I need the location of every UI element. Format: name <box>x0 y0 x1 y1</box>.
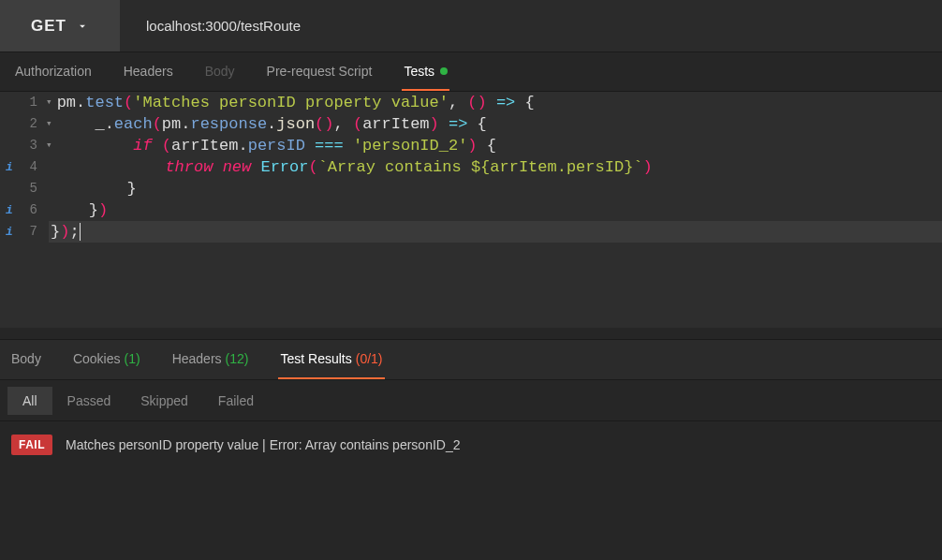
code-line: i6 }) <box>0 199 942 221</box>
response-tab-headers[interactable]: Headers (12) <box>170 340 251 379</box>
http-method-dropdown[interactable]: GET <box>0 0 120 52</box>
response-tab-test-results[interactable]: Test Results (0/1) <box>278 340 384 379</box>
tab-authorization[interactable]: Authorization <box>13 52 94 91</box>
headers-count: (12) <box>226 351 249 366</box>
code-line: 3▾ if (arrItem.persID === 'personID_2') … <box>0 135 942 156</box>
test-result-message: Matches personID property value | Error:… <box>66 437 461 452</box>
tab-prerequest[interactable]: Pre-request Script <box>265 52 375 91</box>
code-content: }) <box>49 199 942 221</box>
filter-skipped[interactable]: Skipped <box>125 387 203 415</box>
fold-toggle[interactable]: ▾ <box>45 92 55 113</box>
response-tab-cookies-label: Cookies <box>73 351 121 366</box>
response-tab-body[interactable]: Body <box>9 340 43 379</box>
filter-passed[interactable]: Passed <box>52 387 126 415</box>
line-number: i7 <box>0 221 45 243</box>
response-tabs: Body Cookies (1) Headers (12) Test Resul… <box>0 339 942 380</box>
tab-tests-label: Tests <box>404 64 434 79</box>
code-line: i4 throw new Error(`Array contains ${arr… <box>0 156 942 178</box>
request-url-input[interactable]: localhost:3000/testRoute <box>120 0 942 52</box>
code-line: 2▾ _.each(pm.response.json(), (arrItem) … <box>0 113 942 135</box>
line-number: 2 <box>0 113 45 135</box>
info-icon: i <box>6 199 13 221</box>
response-tab-test-results-label: Test Results <box>280 351 351 366</box>
request-topbar: GET localhost:3000/testRoute <box>0 0 942 52</box>
info-icon: i <box>6 221 13 243</box>
line-number: i4 <box>0 156 45 178</box>
code-content: throw new Error(`Array contains ${arrIte… <box>49 156 942 178</box>
test-results-count: (0/1) <box>356 351 383 366</box>
filter-failed[interactable]: Failed <box>203 387 269 415</box>
code-line: 1▾pm.test('Matches personID property val… <box>0 92 942 113</box>
line-number: 3 <box>0 135 45 156</box>
line-number: 5 <box>0 178 45 199</box>
status-badge-fail: FAIL <box>11 435 52 455</box>
code-content: } <box>49 178 942 199</box>
tab-body[interactable]: Body <box>203 52 237 91</box>
code-editor[interactable]: 1▾pm.test('Matches personID property val… <box>0 92 942 328</box>
request-tabs: Authorization Headers Body Pre-request S… <box>0 52 942 92</box>
code-content: if (arrItem.persID === 'personID_2') { <box>55 135 942 156</box>
tab-headers[interactable]: Headers <box>122 52 175 91</box>
tab-tests[interactable]: Tests <box>402 52 449 91</box>
response-tab-cookies[interactable]: Cookies (1) <box>71 340 142 379</box>
request-url-value: localhost:3000/testRoute <box>146 18 301 34</box>
code-line: i7 }); <box>0 221 942 243</box>
code-content: }); <box>49 221 942 243</box>
chevron-down-icon <box>76 20 89 33</box>
code-content: pm.test('Matches personID property value… <box>55 92 942 113</box>
fold-toggle[interactable]: ▾ <box>45 113 55 135</box>
test-results-list: FAIL Matches personID property value | E… <box>0 421 942 468</box>
cookies-count: (1) <box>125 351 140 366</box>
http-method-label: GET <box>31 17 66 36</box>
fold-toggle[interactable]: ▾ <box>45 135 55 156</box>
code-line: 5 } <box>0 178 942 199</box>
code-content: _.each(pm.response.json(), (arrItem) => … <box>55 113 942 135</box>
test-result-row: FAIL Matches personID property value | E… <box>11 435 931 455</box>
filter-all[interactable]: All <box>7 387 52 415</box>
line-number: i6 <box>0 199 45 221</box>
line-number: 1 <box>0 92 45 113</box>
tests-active-dot-icon <box>440 67 448 75</box>
text-cursor <box>80 223 81 241</box>
result-filters: All Passed Skipped Failed <box>0 380 942 421</box>
response-tab-headers-label: Headers <box>172 351 222 366</box>
info-icon: i <box>6 156 13 178</box>
editor-spacer <box>0 328 942 339</box>
